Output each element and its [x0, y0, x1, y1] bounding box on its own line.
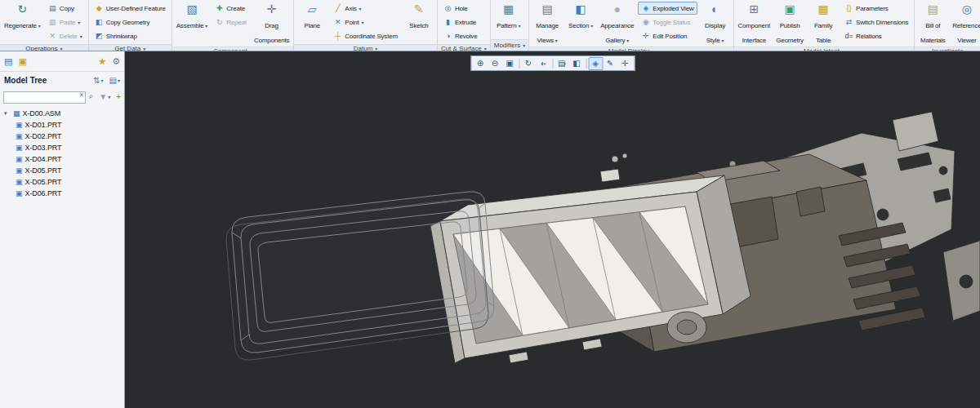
repaint-icon: ↻: [525, 59, 532, 68]
favorites[interactable]: ★: [98, 56, 106, 66]
tree-find[interactable]: ⌕: [89, 91, 94, 101]
part-icon: ▣: [16, 144, 23, 152]
create-icon: ✚: [215, 4, 224, 13]
drag-icon: ✛: [267, 2, 277, 16]
ribbon-button-point[interactable]: ✕ Point ▾: [330, 16, 401, 29]
ribbon-group-label[interactable]: Get Data▾: [89, 44, 172, 51]
ribbon-group-label[interactable]: Modifiers▾: [491, 39, 528, 51]
tree-filter[interactable]: ▼▾: [99, 92, 110, 101]
tree-item-x-d04-prt[interactable]: ▣ X-D04.PRT: [2, 153, 122, 165]
navigator-settings[interactable]: ⚙: [112, 56, 120, 66]
ribbon-group-model-display: ▤ Manage Views▾ ◧ Section▾ ● Appearance …: [529, 0, 733, 51]
ribbon-button-paste[interactable]: ▥ Paste ▾: [45, 16, 86, 29]
tree-item-x-d03-prt[interactable]: ▣ X-D03.PRT: [2, 142, 122, 153]
family-table-icon: ▦: [817, 2, 828, 16]
display-style-icon: ◐: [711, 2, 718, 16]
ribbon-button-drag-components[interactable]: ✛ Drag Components: [252, 1, 292, 46]
ribbon-button-reference-viewer[interactable]: ◎ Reference Viewer: [950, 1, 980, 46]
model-tree: ▾ ▦ X-D00.ASM ▣ X-D01.PRT ▣ X-D02.PRT ▣ …: [0, 104, 124, 408]
viewport-tool-repaint[interactable]: ↻: [521, 57, 536, 70]
viewport-tool-display-style[interactable]: ◐▾: [536, 57, 550, 70]
ribbon-button-display-style[interactable]: ◐ Display Style▾: [699, 1, 732, 46]
exploded-icon: ◈: [641, 4, 650, 13]
tree-item-x-d06-prt[interactable]: ▣ X-D06.PRT: [2, 188, 122, 199]
expand-caret-icon[interactable]: ▾: [4, 110, 11, 117]
ribbon-button-regenerate[interactable]: ↻ Regenerate▾: [2, 1, 43, 43]
navigator-tree-tab[interactable]: ▤: [4, 56, 12, 66]
ribbon-button-hole[interactable]: ◎ Hole: [440, 2, 481, 15]
toolbar-separator: [552, 59, 553, 69]
ribbon-button-extrude[interactable]: ▮ Extrude: [440, 16, 481, 29]
plus-icon: +: [116, 92, 121, 101]
ribbon-button-toggle-status[interactable]: ◉ Toggle Status: [638, 16, 697, 29]
tree-item-x-d02-prt[interactable]: ▣ X-D02.PRT: [2, 131, 122, 142]
ribbon-button-component-interface[interactable]: ⊞ Component Interface: [736, 1, 773, 46]
ribbon-group-operations: ↻ Regenerate▾ ▤ Copy ▥ Paste ▾ ✕ Delete …: [0, 0, 89, 51]
viewport-tool-view-manager[interactable]: ◧: [569, 57, 584, 70]
ribbon-button-exploded-view[interactable]: ◈ Exploded View: [638, 2, 697, 15]
tree-sort[interactable]: ⇅▾: [93, 76, 103, 85]
ribbon-button-create[interactable]: ✚ Create: [212, 2, 250, 15]
navigator-toolbar: ▤▣ ★⚙: [0, 51, 124, 72]
tree-item-x-d05-prt[interactable]: ▣ X-D05.PRT: [2, 165, 122, 176]
ribbon-button-coordinate-system[interactable]: ┼ Coordinate System: [330, 29, 401, 42]
ribbon-button-switch-dimensions[interactable]: ⇄ Switch Dimensions: [841, 16, 911, 29]
bom-icon: ▤: [928, 2, 938, 16]
ribbon-button-plane[interactable]: ▱ Plane: [296, 1, 328, 43]
ribbon-button-appearance-gallery[interactable]: ● Appearance Gallery▾: [598, 1, 636, 46]
ribbon-button-edit-position[interactable]: ✛ Edit Position: [638, 29, 697, 42]
graphics-viewport[interactable]: ⊕ ⊖ ▣ ↻ ◐▾ ▤▾ ◧ ◈ ✎ ✛: [125, 51, 980, 408]
ribbon-button-delete[interactable]: ✕ Delete ▾: [45, 29, 86, 42]
ribbon-button-shrinkwrap[interactable]: ◩ Shrinkwrap: [91, 29, 169, 42]
viewport-tool-zoom-in[interactable]: ⊕: [473, 57, 488, 70]
ribbon-button-copy[interactable]: ▤ Copy: [45, 2, 86, 15]
viewport-tool-saved-orientations[interactable]: ▤▾: [555, 57, 569, 70]
spin-center-icon: ✛: [621, 59, 628, 68]
tree-item-x-d01-prt[interactable]: ▣ X-D01.PRT: [2, 119, 122, 131]
ribbon-button-parameters[interactable]: {} Parameters: [841, 2, 911, 15]
ribbon-button-axis[interactable]: ╱ Axis ▾: [330, 2, 401, 15]
ribbon-button-assemble[interactable]: ▧ Assemble▾: [174, 1, 211, 46]
switch-dimensions-icon: ⇄: [844, 18, 853, 27]
viewport-tool-refit[interactable]: ▣: [502, 57, 517, 70]
viewport-tool-exploded-view-toggle[interactable]: ◈: [588, 57, 603, 70]
model-tree-search-input[interactable]: [3, 91, 86, 104]
tree-item-x-d00-asm[interactable]: ▾ ▦ X-D00.ASM: [2, 108, 122, 119]
viewport-tool-zoom-out[interactable]: ⊖: [488, 57, 502, 70]
ribbon-button-manage-views[interactable]: ▤ Manage Views▾: [531, 1, 564, 46]
viewport-tool-annotation-display[interactable]: ✎: [603, 57, 617, 70]
folder-browser-tab[interactable]: ▣: [18, 56, 26, 66]
ribbon-button-relations[interactable]: d= Relations: [841, 29, 911, 42]
ribbon-button-section[interactable]: ◧ Section▾: [564, 1, 597, 46]
ribbon-button-publish-geometry[interactable]: ▣ Publish Geometry: [773, 1, 806, 46]
hole-icon: ◎: [443, 4, 452, 13]
point-icon: ✕: [333, 18, 342, 27]
toggle-status-icon: ◉: [641, 18, 650, 27]
ribbon-button-sketch[interactable]: ✎ Sketch: [403, 1, 435, 43]
tree-item-x-d05-prt[interactable]: ▣ X-D05.PRT: [2, 176, 122, 188]
ribbon-group-label[interactable]: Cut & Surface▾: [438, 44, 490, 51]
ribbon-button-family-table[interactable]: ▦ Family Table: [807, 1, 840, 46]
ribbon-group-label[interactable]: Datum▾: [294, 44, 437, 51]
chevron-down-icon: ▾: [80, 33, 82, 39]
ribbon-group-label[interactable]: Operations▾: [0, 44, 88, 51]
tree-columns[interactable]: ▤▾: [109, 76, 120, 85]
delete-icon: ✕: [48, 32, 57, 41]
viewport-tool-spin-center[interactable]: ✛: [617, 57, 632, 70]
ribbon-button-user-defined-feature[interactable]: ◆ User-Defined Feature: [91, 2, 169, 15]
ribbon-button-pattern[interactable]: ▦ Pattern▾: [492, 1, 525, 38]
chevron-down-icon: ▾: [518, 24, 520, 29]
tree-expand[interactable]: +: [116, 92, 121, 101]
chevron-down-icon: ▾: [60, 46, 62, 51]
ribbon-button-revolve[interactable]: ◑ Revolve: [440, 29, 481, 42]
ribbon-button-repeat[interactable]: ↻ Repeat: [212, 16, 250, 29]
component-interface-icon: ⊞: [749, 2, 759, 16]
copy-icon: ▤: [48, 4, 57, 13]
ribbon-button-copy-geometry[interactable]: ◧ Copy Geometry: [91, 16, 169, 29]
chevron-down-icon: ▾: [590, 24, 593, 29]
clear-search-icon[interactable]: ×: [79, 90, 84, 100]
ribbon-button-bill-of-materials[interactable]: ▤ Bill of Materials: [916, 1, 949, 46]
axis-icon: ╱: [333, 4, 342, 13]
copy-geometry-icon: ◧: [95, 18, 104, 27]
pattern-icon: ▦: [503, 2, 514, 16]
